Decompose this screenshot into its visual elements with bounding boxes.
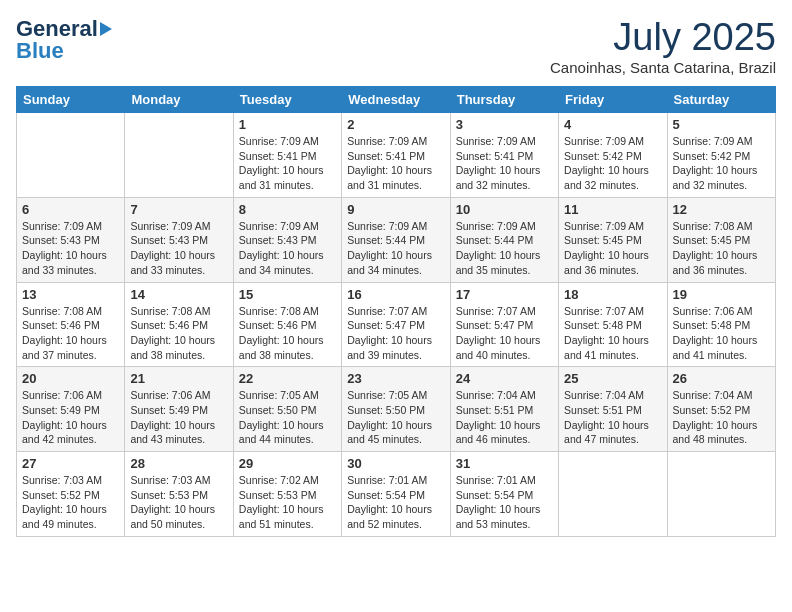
logo-arrow-icon [100,22,112,36]
title-block: July 2025 Canoinhas, Santa Catarina, Bra… [550,16,776,76]
table-row [125,113,233,198]
cell-info: Sunrise: 7:09 AMSunset: 5:41 PMDaylight:… [347,135,432,191]
table-row: 1Sunrise: 7:09 AMSunset: 5:41 PMDaylight… [233,113,341,198]
cell-info: Sunrise: 7:01 AMSunset: 5:54 PMDaylight:… [456,474,541,530]
table-row: 29Sunrise: 7:02 AMSunset: 5:53 PMDayligh… [233,452,341,537]
table-row: 18Sunrise: 7:07 AMSunset: 5:48 PMDayligh… [559,282,667,367]
cell-info: Sunrise: 7:02 AMSunset: 5:53 PMDaylight:… [239,474,324,530]
calendar-week-row: 20Sunrise: 7:06 AMSunset: 5:49 PMDayligh… [17,367,776,452]
cell-info: Sunrise: 7:06 AMSunset: 5:49 PMDaylight:… [130,389,215,445]
cell-info: Sunrise: 7:09 AMSunset: 5:45 PMDaylight:… [564,220,649,276]
table-row: 17Sunrise: 7:07 AMSunset: 5:47 PMDayligh… [450,282,558,367]
cell-info: Sunrise: 7:05 AMSunset: 5:50 PMDaylight:… [347,389,432,445]
calendar-week-row: 6Sunrise: 7:09 AMSunset: 5:43 PMDaylight… [17,197,776,282]
day-number: 4 [564,117,661,132]
day-number: 23 [347,371,444,386]
table-row: 19Sunrise: 7:06 AMSunset: 5:48 PMDayligh… [667,282,775,367]
cell-info: Sunrise: 7:09 AMSunset: 5:42 PMDaylight:… [673,135,758,191]
table-row: 26Sunrise: 7:04 AMSunset: 5:52 PMDayligh… [667,367,775,452]
day-number: 30 [347,456,444,471]
day-number: 2 [347,117,444,132]
table-row: 7Sunrise: 7:09 AMSunset: 5:43 PMDaylight… [125,197,233,282]
table-row: 13Sunrise: 7:08 AMSunset: 5:46 PMDayligh… [17,282,125,367]
table-row: 21Sunrise: 7:06 AMSunset: 5:49 PMDayligh… [125,367,233,452]
table-row: 5Sunrise: 7:09 AMSunset: 5:42 PMDaylight… [667,113,775,198]
table-row [559,452,667,537]
calendar-table: Sunday Monday Tuesday Wednesday Thursday… [16,86,776,537]
cell-info: Sunrise: 7:07 AMSunset: 5:47 PMDaylight:… [456,305,541,361]
logo-blue: Blue [16,38,64,64]
table-row: 14Sunrise: 7:08 AMSunset: 5:46 PMDayligh… [125,282,233,367]
table-row: 24Sunrise: 7:04 AMSunset: 5:51 PMDayligh… [450,367,558,452]
table-row: 6Sunrise: 7:09 AMSunset: 5:43 PMDaylight… [17,197,125,282]
cell-info: Sunrise: 7:09 AMSunset: 5:43 PMDaylight:… [22,220,107,276]
calendar-week-row: 1Sunrise: 7:09 AMSunset: 5:41 PMDaylight… [17,113,776,198]
cell-info: Sunrise: 7:09 AMSunset: 5:43 PMDaylight:… [239,220,324,276]
table-row: 31Sunrise: 7:01 AMSunset: 5:54 PMDayligh… [450,452,558,537]
calendar-header-row: Sunday Monday Tuesday Wednesday Thursday… [17,87,776,113]
cell-info: Sunrise: 7:09 AMSunset: 5:44 PMDaylight:… [456,220,541,276]
table-row [17,113,125,198]
day-number: 14 [130,287,227,302]
day-number: 29 [239,456,336,471]
col-wednesday: Wednesday [342,87,450,113]
table-row: 16Sunrise: 7:07 AMSunset: 5:47 PMDayligh… [342,282,450,367]
day-number: 13 [22,287,119,302]
table-row: 3Sunrise: 7:09 AMSunset: 5:41 PMDaylight… [450,113,558,198]
table-row [667,452,775,537]
day-number: 16 [347,287,444,302]
col-friday: Friday [559,87,667,113]
col-thursday: Thursday [450,87,558,113]
cell-info: Sunrise: 7:04 AMSunset: 5:52 PMDaylight:… [673,389,758,445]
day-number: 10 [456,202,553,217]
table-row: 27Sunrise: 7:03 AMSunset: 5:52 PMDayligh… [17,452,125,537]
calendar-week-row: 27Sunrise: 7:03 AMSunset: 5:52 PMDayligh… [17,452,776,537]
table-row: 8Sunrise: 7:09 AMSunset: 5:43 PMDaylight… [233,197,341,282]
col-monday: Monday [125,87,233,113]
day-number: 21 [130,371,227,386]
day-number: 26 [673,371,770,386]
table-row: 20Sunrise: 7:06 AMSunset: 5:49 PMDayligh… [17,367,125,452]
table-row: 23Sunrise: 7:05 AMSunset: 5:50 PMDayligh… [342,367,450,452]
day-number: 15 [239,287,336,302]
cell-info: Sunrise: 7:09 AMSunset: 5:41 PMDaylight:… [456,135,541,191]
col-sunday: Sunday [17,87,125,113]
cell-info: Sunrise: 7:03 AMSunset: 5:52 PMDaylight:… [22,474,107,530]
day-number: 28 [130,456,227,471]
cell-info: Sunrise: 7:06 AMSunset: 5:49 PMDaylight:… [22,389,107,445]
cell-info: Sunrise: 7:09 AMSunset: 5:41 PMDaylight:… [239,135,324,191]
day-number: 24 [456,371,553,386]
cell-info: Sunrise: 7:08 AMSunset: 5:46 PMDaylight:… [239,305,324,361]
cell-info: Sunrise: 7:03 AMSunset: 5:53 PMDaylight:… [130,474,215,530]
table-row: 10Sunrise: 7:09 AMSunset: 5:44 PMDayligh… [450,197,558,282]
cell-info: Sunrise: 7:08 AMSunset: 5:45 PMDaylight:… [673,220,758,276]
day-number: 18 [564,287,661,302]
day-number: 17 [456,287,553,302]
cell-info: Sunrise: 7:04 AMSunset: 5:51 PMDaylight:… [564,389,649,445]
table-row: 11Sunrise: 7:09 AMSunset: 5:45 PMDayligh… [559,197,667,282]
table-row: 2Sunrise: 7:09 AMSunset: 5:41 PMDaylight… [342,113,450,198]
table-row: 22Sunrise: 7:05 AMSunset: 5:50 PMDayligh… [233,367,341,452]
logo: General Blue [16,16,112,64]
table-row: 9Sunrise: 7:09 AMSunset: 5:44 PMDaylight… [342,197,450,282]
day-number: 6 [22,202,119,217]
day-number: 27 [22,456,119,471]
day-number: 19 [673,287,770,302]
day-number: 7 [130,202,227,217]
month-title: July 2025 [550,16,776,59]
day-number: 1 [239,117,336,132]
cell-info: Sunrise: 7:01 AMSunset: 5:54 PMDaylight:… [347,474,432,530]
table-row: 28Sunrise: 7:03 AMSunset: 5:53 PMDayligh… [125,452,233,537]
table-row: 4Sunrise: 7:09 AMSunset: 5:42 PMDaylight… [559,113,667,198]
cell-info: Sunrise: 7:08 AMSunset: 5:46 PMDaylight:… [22,305,107,361]
col-saturday: Saturday [667,87,775,113]
calendar-week-row: 13Sunrise: 7:08 AMSunset: 5:46 PMDayligh… [17,282,776,367]
day-number: 3 [456,117,553,132]
table-row: 30Sunrise: 7:01 AMSunset: 5:54 PMDayligh… [342,452,450,537]
table-row: 12Sunrise: 7:08 AMSunset: 5:45 PMDayligh… [667,197,775,282]
col-tuesday: Tuesday [233,87,341,113]
cell-info: Sunrise: 7:06 AMSunset: 5:48 PMDaylight:… [673,305,758,361]
cell-info: Sunrise: 7:08 AMSunset: 5:46 PMDaylight:… [130,305,215,361]
day-number: 25 [564,371,661,386]
cell-info: Sunrise: 7:04 AMSunset: 5:51 PMDaylight:… [456,389,541,445]
